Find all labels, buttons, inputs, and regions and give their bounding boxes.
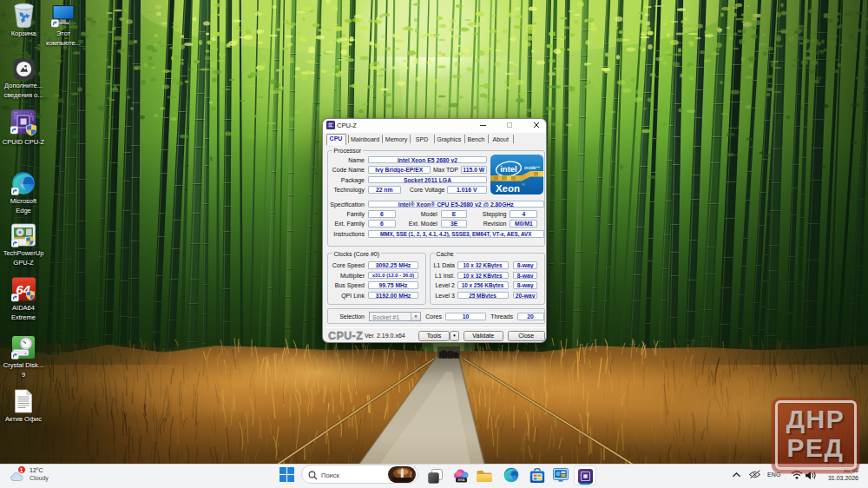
svg-text:Xeon: Xeon — [495, 182, 519, 193]
svg-text:®: ® — [522, 183, 524, 187]
svg-text:inside™: inside™ — [524, 166, 540, 170]
svg-text:intel: intel — [500, 164, 517, 174]
